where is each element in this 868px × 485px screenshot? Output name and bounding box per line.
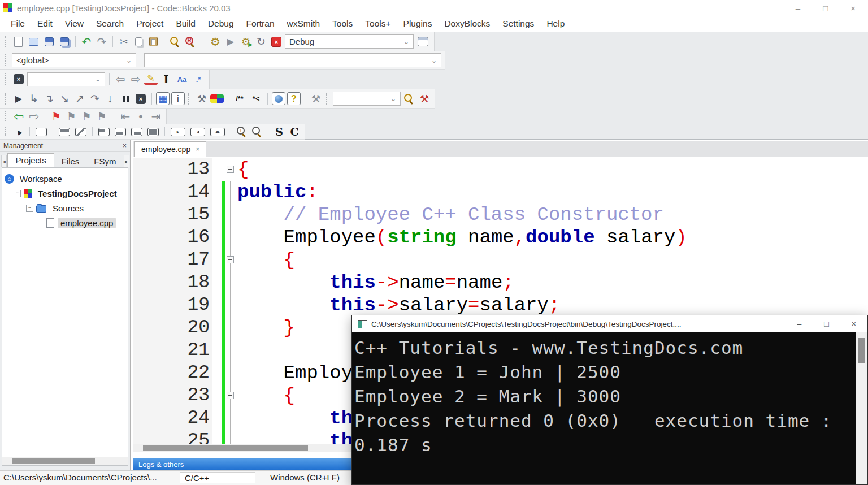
tabs-scroll-left-icon[interactable]: ◂ — [1, 155, 7, 167]
fold-collapse-icon[interactable] — [227, 166, 234, 173]
code-line-16[interactable]: 16 Employee(string name,double salary) — [133, 226, 868, 249]
selected-text-icon[interactable]: I — [159, 72, 173, 86]
save-all-icon[interactable] — [60, 37, 69, 46]
copy-icon[interactable] — [135, 37, 142, 46]
doxy-search-icon[interactable] — [402, 93, 416, 105]
extend-both-icon[interactable]: ◂▸ — [210, 128, 225, 136]
debug-info-icon[interactable]: i — [171, 92, 185, 105]
highlight-occurrences-icon[interactable]: ✎ — [144, 73, 158, 85]
management-hscroll-thumb[interactable] — [12, 458, 95, 464]
console-minimize-icon[interactable]: – — [797, 319, 802, 328]
console-close-icon[interactable]: × — [852, 319, 856, 328]
jump-marker-icon[interactable]: ● — [134, 110, 147, 123]
zoom-in-icon[interactable] — [235, 125, 249, 138]
step-into-instruction-icon[interactable]: ↓ — [103, 92, 117, 106]
zoom-out-icon[interactable] — [250, 125, 264, 138]
swap-source-icon[interactable]: S — [272, 125, 286, 138]
extend-left-icon[interactable]: ◂ — [190, 128, 205, 136]
clear-search-icon[interactable]: × — [14, 74, 24, 84]
replace-icon[interactable] — [184, 36, 197, 48]
prev-bookmark-icon[interactable]: ⚑ — [64, 110, 78, 123]
fold-margin[interactable] — [226, 249, 235, 271]
scope-select[interactable]: <global>⌄ — [12, 53, 136, 67]
dock-top-left-icon[interactable] — [98, 128, 110, 136]
fold-collapse-icon[interactable] — [227, 392, 234, 399]
doxy-wizard-icon[interactable] — [210, 94, 224, 103]
step-out-icon[interactable]: ↗ — [73, 92, 86, 106]
editor-tab-employee-cpp[interactable]: employee.cpp × — [134, 141, 206, 157]
code-line-14[interactable]: 14public: — [133, 181, 868, 203]
doxy-view-html-icon[interactable]: ? — [287, 92, 301, 105]
menu-help[interactable]: Help — [540, 19, 571, 29]
minimize-icon[interactable]: – — [796, 3, 800, 13]
menu-fortran[interactable]: Fortran — [240, 19, 281, 29]
console-scroll-thumb[interactable] — [858, 338, 865, 363]
management-close-icon[interactable]: × — [123, 142, 127, 150]
open-file-icon[interactable] — [29, 38, 38, 46]
menu-edit[interactable]: Edit — [31, 19, 59, 29]
swap-class-icon[interactable]: C — [288, 125, 301, 138]
extend-right-icon[interactable]: ▸ — [171, 128, 185, 136]
search-next-icon[interactable]: ⇨ — [129, 72, 142, 86]
search-prev-icon[interactable]: ⇦ — [114, 72, 127, 86]
new-file-icon[interactable] — [14, 37, 23, 47]
build-and-run-icon[interactable] — [239, 35, 253, 49]
step-into-icon[interactable]: ↘ — [58, 92, 71, 106]
symbol-select[interactable]: ⌄ — [144, 53, 441, 67]
split-diagonal-icon[interactable] — [75, 128, 86, 136]
menu-doxyblocks[interactable]: DoxyBlocks — [438, 19, 496, 29]
next-instruction-icon[interactable]: ↷ — [88, 92, 102, 106]
tab-fsym[interactable]: FSym — [86, 155, 123, 168]
console-scrollbar[interactable] — [856, 332, 867, 484]
find-icon[interactable] — [168, 36, 182, 48]
menu-debug[interactable]: Debug — [202, 19, 240, 29]
expander-icon[interactable]: − — [26, 205, 33, 212]
code-line-13[interactable]: 13{ — [133, 158, 868, 181]
split-quad-icon[interactable] — [59, 128, 70, 136]
doxy-block-comment-icon[interactable]: /** — [232, 92, 247, 106]
tab-close-icon[interactable]: × — [196, 145, 199, 153]
tabs-scroll-right-icon[interactable]: ▸ — [124, 155, 129, 167]
toggle-bookmark-icon[interactable]: ⚑ — [49, 110, 63, 123]
menu-file[interactable]: File — [5, 19, 31, 29]
tree-item-workspace[interactable]: ⌂Workspace — [2, 171, 128, 186]
undo-icon[interactable]: ↶ — [80, 35, 93, 49]
debugging-windows-icon[interactable]: ▦ — [156, 92, 170, 105]
doxy-search-input[interactable]: ⌄ — [333, 92, 401, 106]
pointer-tool-icon[interactable]: ▲ — [9, 122, 28, 141]
rebuild-icon[interactable]: ↻ — [254, 35, 268, 49]
jump-back-icon[interactable]: ⇤ — [119, 110, 132, 123]
menu-toolsplus[interactable]: Tools+ — [359, 19, 397, 29]
menu-project[interactable]: Project — [130, 19, 170, 29]
browse-forward-icon[interactable]: ⇨ — [27, 110, 41, 123]
paste-icon[interactable] — [149, 37, 158, 46]
next-bookmark-icon[interactable]: ⚑ — [80, 110, 93, 123]
dock-fill-icon[interactable] — [147, 128, 159, 136]
doxy-line-comment-icon[interactable]: *< — [249, 92, 263, 106]
selection-box-icon[interactable] — [36, 128, 47, 136]
console-maximize-icon[interactable]: □ — [824, 319, 828, 328]
tab-projects[interactable]: Projects — [7, 153, 54, 168]
regex-icon[interactable]: .* — [191, 72, 206, 86]
doxy-settings-icon[interactable]: ⚒ — [418, 92, 431, 106]
run-icon[interactable]: ▶ — [224, 35, 237, 49]
fold-margin[interactable] — [226, 158, 235, 181]
save-icon[interactable] — [45, 37, 54, 46]
code-line-18[interactable]: 18 this->name=name; — [133, 271, 868, 294]
menu-plugins[interactable]: Plugins — [397, 19, 439, 29]
management-hscrollbar[interactable] — [2, 457, 128, 465]
console-title-bar[interactable]: C:\Users\yskum\Documents\CProjects\Testi… — [352, 315, 867, 332]
expander-icon[interactable]: − — [14, 190, 21, 197]
match-case-icon[interactable]: Aa — [175, 72, 189, 86]
editor-hscroll-thumb[interactable] — [143, 445, 308, 451]
tab-files[interactable]: Files — [54, 155, 87, 168]
doxy-config-icon[interactable]: ⚒ — [309, 92, 323, 106]
dock-bottom-left-icon[interactable] — [115, 128, 126, 136]
browse-back-icon[interactable]: ⇦ — [12, 110, 25, 123]
close-icon[interactable]: × — [850, 3, 856, 13]
break-debugger-icon[interactable] — [119, 92, 132, 106]
redo-icon[interactable]: ↷ — [95, 35, 108, 49]
menu-settings[interactable]: Settings — [496, 19, 540, 29]
doxy-run-html-icon[interactable] — [272, 92, 285, 105]
stop-debugger-icon[interactable]: × — [136, 94, 146, 104]
